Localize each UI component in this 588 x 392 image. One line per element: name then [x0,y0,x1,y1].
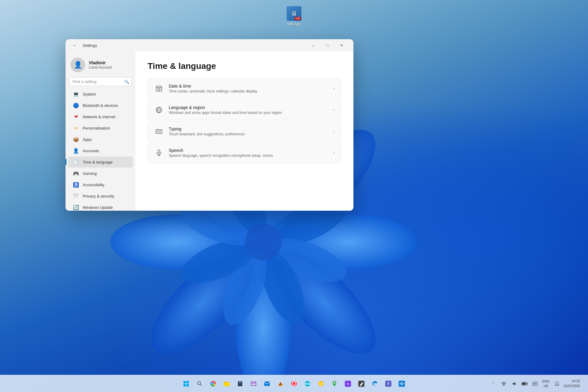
settings-window: ← Settings — □ ✕ 👤 Vladimir Local Accoun… [66,39,353,211]
apps-icon: 📦 [73,136,79,142]
taskbar-maps-button[interactable] [328,378,341,390]
start-button[interactable] [180,378,192,390]
svg-rect-68 [535,383,535,383]
user-info: Vladimir Local Account [89,60,112,70]
taskbar-vlc-button[interactable] [274,378,287,390]
sidebar: 👤 Vladimir Local Account 🔍 💻 System [66,51,135,211]
taskbar-chrome-button[interactable] [207,378,219,390]
language-region-title: Language & region [169,105,329,110]
taskbar-time-display: 14:32 [563,379,580,383]
svg-rect-29 [183,381,186,383]
language-region-chevron: › [334,108,335,112]
typing-card[interactable]: Typing Touch keyboard, text suggestions,… [148,121,341,141]
bluetooth-icon: 🔵 [73,102,79,108]
tray-network-icon[interactable] [499,379,508,388]
user-account-type: Local Account [89,65,112,70]
language-region-desc: Windows and some apps format dates and t… [169,111,329,115]
sidebar-item-accessibility[interactable]: ♿ Accessibility [68,179,133,190]
sidebar-item-time-language[interactable]: 🕐 Time & language [68,156,133,168]
sidebar-item-label: Bluetooth & devices [83,103,118,108]
svg-rect-32 [187,384,189,386]
speech-desc: Speech language, speech recognition micr… [169,153,329,158]
sidebar-item-accounts[interactable]: 👤 Accounts [68,145,133,156]
desktop-icon-wb[interactable]: 🖥 WB WB App [287,6,301,26]
time-language-icon: 🕐 [73,159,79,165]
typing-icon [154,126,164,136]
sidebar-item-network[interactable]: ❤ Network & internet [68,111,133,122]
taskbar-right: ⌃ [489,378,584,390]
sidebar-item-privacy[interactable]: 🛡 Privacy & security [68,190,133,202]
svg-point-40 [240,383,240,384]
tray-keyboard-icon[interactable] [531,379,539,388]
minimize-button[interactable]: — [306,40,320,50]
sidebar-item-label: Accounts [83,149,99,153]
taskbar-teams-button[interactable]: T [382,378,394,390]
svg-point-36 [212,383,214,385]
close-button[interactable]: ✕ [334,40,349,50]
taskbar-opera-button[interactable] [288,378,300,390]
sidebar-item-personalisation[interactable]: ✏ Personalisation [68,123,133,134]
svg-rect-24 [160,130,161,131]
window-controls: — □ ✕ [306,40,349,50]
language-region-text: Language & region Windows and some apps … [169,105,329,115]
back-button[interactable]: ← [70,41,79,50]
user-section[interactable]: 👤 Vladimir Local Account [66,54,135,77]
taskbar-date-display: 12/07/2025 [563,384,580,388]
svg-rect-30 [187,381,189,383]
window-title: Settings [83,43,97,48]
date-time-card[interactable]: Date & time Time zones, automatic clock … [148,78,341,99]
sidebar-item-label: Privacy & security [83,194,114,198]
show-desktop-button[interactable] [583,378,584,390]
svg-rect-31 [183,384,186,386]
taskbar-antivirus-button[interactable] [315,378,327,390]
search-icon: 🔍 [124,79,129,84]
taskbar-edge-button[interactable] [369,378,381,390]
user-name: Vladimir [89,60,112,65]
taskbar-clock[interactable]: 14:32 12/07/2025 [563,379,580,388]
svg-rect-69 [536,383,536,383]
speech-card[interactable]: Speech Speech language, speech recogniti… [148,143,341,163]
svg-rect-46 [264,382,270,386]
taskbar-explorer-button[interactable] [221,378,233,390]
taskbar-browser2-button[interactable] [301,378,314,390]
date-time-chevron: › [334,86,335,91]
taskbar: ✦ [0,375,588,392]
svg-rect-23 [158,130,159,131]
taskbar-search-button[interactable] [194,378,206,390]
svg-rect-67 [533,383,534,383]
taskbar-settings-button[interactable] [396,378,408,390]
sidebar-item-system[interactable]: 💻 System [68,89,133,100]
tray-notification-icon[interactable] [553,379,561,388]
taskbar-app2-button[interactable] [355,378,368,390]
search-box: 🔍 [69,77,132,86]
tray-chevron[interactable]: ⌃ [489,379,498,388]
sidebar-item-windows-update[interactable]: 🔄 Windows Update [68,202,133,211]
tray-battery-icon[interactable] [520,379,529,388]
desktop-icon-label: WB App [287,22,300,26]
sidebar-item-apps[interactable]: 📦 Apps [68,134,133,145]
svg-point-53 [307,383,308,384]
sidebar-item-label: System [83,92,96,96]
search-input[interactable] [69,77,132,86]
taskbar-calculator-button[interactable] [234,378,246,390]
tray-sound-icon[interactable] [510,379,518,388]
taskbar-mail-button[interactable] [261,378,273,390]
locale-display[interactable]: ENG UK [541,379,551,389]
taskbar-snip-button[interactable] [247,378,260,390]
page-title: Time & language [148,61,341,71]
speech-title: Speech [169,148,329,153]
desktop-icon-image: 🖥 WB [287,6,301,21]
maximize-button[interactable]: □ [320,40,334,50]
svg-point-62 [503,385,504,386]
personalisation-icon: ✏ [73,125,79,131]
svg-rect-26 [158,132,160,132]
sidebar-item-gaming[interactable]: 🎮 Gaming [68,168,133,179]
gaming-icon: 🎮 [73,170,79,176]
speech-chevron: › [334,151,335,155]
sidebar-item-bluetooth[interactable]: 🔵 Bluetooth & devices [68,100,133,111]
svg-rect-70 [533,384,536,384]
language-region-card[interactable]: Language & region Windows and some apps … [148,100,341,120]
taskbar-app1-button[interactable]: ✦ [342,378,354,390]
speech-icon [154,148,164,158]
svg-rect-25 [157,132,158,132]
